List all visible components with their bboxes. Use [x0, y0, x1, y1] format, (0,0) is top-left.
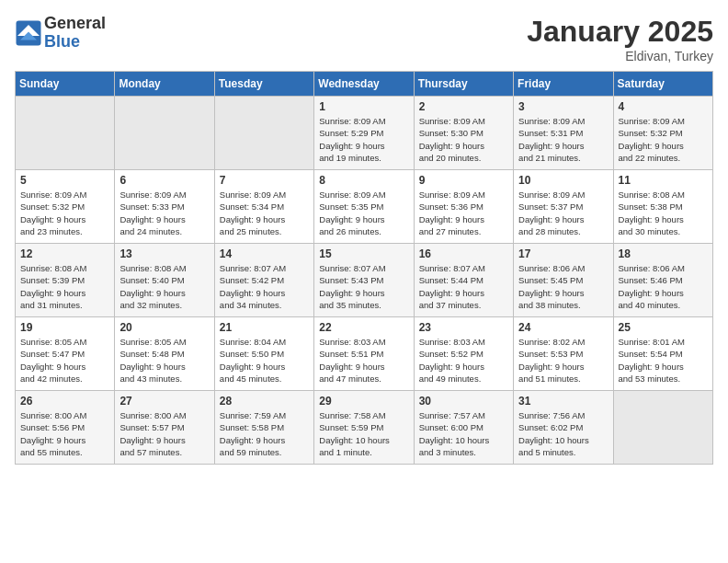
day-number: 18: [619, 247, 708, 260]
day-number: 13: [119, 247, 209, 260]
calendar-cell: 11Sunrise: 8:08 AM Sunset: 5:38 PM Dayli…: [613, 170, 712, 244]
calendar-cell: 2Sunrise: 8:09 AM Sunset: 5:30 PM Daylig…: [414, 97, 513, 170]
day-info: Sunrise: 8:00 AM Sunset: 5:57 PM Dayligh…: [119, 409, 209, 458]
day-info: Sunrise: 7:58 AM Sunset: 5:59 PM Dayligh…: [319, 409, 408, 458]
day-number: 30: [419, 395, 508, 408]
logo-general: General: [44, 15, 106, 33]
day-info: Sunrise: 8:07 AM Sunset: 5:44 PM Dayligh…: [419, 262, 508, 311]
day-number: 14: [220, 247, 309, 260]
calendar-cell: 3Sunrise: 8:09 AM Sunset: 5:31 PM Daylig…: [514, 97, 613, 170]
day-info: Sunrise: 8:08 AM Sunset: 5:38 PM Dayligh…: [619, 189, 708, 237]
logo-blue: Blue: [44, 33, 106, 52]
day-info: Sunrise: 8:05 AM Sunset: 5:48 PM Dayligh…: [119, 336, 209, 385]
day-number: 4: [619, 100, 708, 113]
day-info: Sunrise: 8:09 AM Sunset: 5:29 PM Dayligh…: [319, 115, 408, 164]
day-number: 28: [220, 395, 309, 408]
day-info: Sunrise: 8:00 AM Sunset: 5:56 PM Dayligh…: [20, 409, 109, 458]
day-info: Sunrise: 8:03 AM Sunset: 5:51 PM Dayligh…: [319, 336, 408, 385]
day-number: 26: [20, 395, 109, 408]
day-number: 12: [20, 247, 109, 260]
calendar-cell: 26Sunrise: 8:00 AM Sunset: 5:56 PM Dayli…: [16, 391, 115, 465]
day-info: Sunrise: 8:09 AM Sunset: 5:31 PM Dayligh…: [518, 115, 608, 164]
logo-icon: [15, 19, 42, 47]
month-title: January 2025: [527, 15, 713, 49]
day-number: 9: [419, 174, 508, 187]
day-info: Sunrise: 8:05 AM Sunset: 5:47 PM Dayligh…: [20, 336, 109, 385]
calendar-cell: 25Sunrise: 8:01 AM Sunset: 5:54 PM Dayli…: [613, 317, 712, 391]
calendar-cell: 15Sunrise: 8:07 AM Sunset: 5:43 PM Dayli…: [314, 244, 414, 317]
day-info: Sunrise: 8:03 AM Sunset: 5:52 PM Dayligh…: [419, 336, 508, 385]
weekday-header-row: SundayMondayTuesdayWednesdayThursdayFrid…: [16, 72, 713, 97]
calendar-cell: 7Sunrise: 8:09 AM Sunset: 5:34 PM Daylig…: [214, 170, 313, 244]
day-number: 7: [220, 174, 309, 187]
logo: General Blue: [15, 15, 106, 52]
title-block: January 2025 Eldivan, Turkey: [527, 15, 713, 63]
day-info: Sunrise: 7:56 AM Sunset: 6:02 PM Dayligh…: [518, 409, 608, 458]
day-info: Sunrise: 8:04 AM Sunset: 5:50 PM Dayligh…: [220, 336, 309, 385]
day-number: 11: [619, 174, 708, 187]
day-number: 10: [518, 174, 608, 187]
calendar-cell: 13Sunrise: 8:08 AM Sunset: 5:40 PM Dayli…: [115, 244, 214, 317]
calendar-week-row: 5Sunrise: 8:09 AM Sunset: 5:32 PM Daylig…: [16, 170, 713, 244]
day-number: 29: [319, 395, 408, 408]
day-info: Sunrise: 8:09 AM Sunset: 5:37 PM Dayligh…: [518, 189, 608, 237]
day-number: 8: [319, 174, 408, 187]
calendar-cell: 24Sunrise: 8:02 AM Sunset: 5:53 PM Dayli…: [514, 317, 613, 391]
day-number: 17: [518, 247, 608, 260]
calendar-cell: 14Sunrise: 8:07 AM Sunset: 5:42 PM Dayli…: [214, 244, 313, 317]
calendar-cell: [613, 391, 712, 465]
day-number: 25: [619, 321, 708, 334]
calendar-cell: 27Sunrise: 8:00 AM Sunset: 5:57 PM Dayli…: [115, 391, 214, 465]
calendar-cell: 4Sunrise: 8:09 AM Sunset: 5:32 PM Daylig…: [613, 97, 712, 170]
weekday-header: Saturday: [613, 72, 712, 97]
day-number: 27: [119, 395, 209, 408]
calendar-cell: 19Sunrise: 8:05 AM Sunset: 5:47 PM Dayli…: [16, 317, 115, 391]
calendar-cell: 10Sunrise: 8:09 AM Sunset: 5:37 PM Dayli…: [514, 170, 613, 244]
day-info: Sunrise: 8:09 AM Sunset: 5:36 PM Dayligh…: [419, 189, 508, 237]
weekday-header: Monday: [115, 72, 214, 97]
day-info: Sunrise: 8:07 AM Sunset: 5:43 PM Dayligh…: [319, 262, 408, 311]
day-number: 6: [119, 174, 209, 187]
calendar-cell: 12Sunrise: 8:08 AM Sunset: 5:39 PM Dayli…: [16, 244, 115, 317]
day-number: 19: [20, 321, 109, 334]
day-info: Sunrise: 8:07 AM Sunset: 5:42 PM Dayligh…: [220, 262, 309, 311]
day-info: Sunrise: 8:06 AM Sunset: 5:45 PM Dayligh…: [518, 262, 608, 311]
day-info: Sunrise: 8:06 AM Sunset: 5:46 PM Dayligh…: [619, 262, 708, 311]
calendar-week-row: 19Sunrise: 8:05 AM Sunset: 5:47 PM Dayli…: [16, 317, 713, 391]
day-number: 5: [20, 174, 109, 187]
day-number: 23: [419, 321, 508, 334]
calendar-cell: 20Sunrise: 8:05 AM Sunset: 5:48 PM Dayli…: [115, 317, 214, 391]
day-info: Sunrise: 8:08 AM Sunset: 5:39 PM Dayligh…: [20, 262, 109, 311]
day-info: Sunrise: 8:09 AM Sunset: 5:32 PM Dayligh…: [20, 189, 109, 237]
day-info: Sunrise: 8:08 AM Sunset: 5:40 PM Dayligh…: [119, 262, 209, 311]
calendar-cell: 5Sunrise: 8:09 AM Sunset: 5:32 PM Daylig…: [16, 170, 115, 244]
weekday-header: Friday: [514, 72, 613, 97]
day-number: 22: [319, 321, 408, 334]
calendar-week-row: 12Sunrise: 8:08 AM Sunset: 5:39 PM Dayli…: [16, 244, 713, 317]
calendar-cell: 29Sunrise: 7:58 AM Sunset: 5:59 PM Dayli…: [314, 391, 414, 465]
day-info: Sunrise: 8:02 AM Sunset: 5:53 PM Dayligh…: [518, 336, 608, 385]
weekday-header: Thursday: [414, 72, 513, 97]
day-number: 2: [419, 100, 508, 113]
day-info: Sunrise: 8:09 AM Sunset: 5:34 PM Dayligh…: [220, 189, 309, 237]
calendar-cell: 17Sunrise: 8:06 AM Sunset: 5:45 PM Dayli…: [514, 244, 613, 317]
day-info: Sunrise: 8:09 AM Sunset: 5:33 PM Dayligh…: [119, 189, 209, 237]
day-number: 15: [319, 247, 408, 260]
day-info: Sunrise: 8:09 AM Sunset: 5:32 PM Dayligh…: [619, 115, 708, 164]
day-info: Sunrise: 8:01 AM Sunset: 5:54 PM Dayligh…: [619, 336, 708, 385]
day-info: Sunrise: 7:59 AM Sunset: 5:58 PM Dayligh…: [220, 409, 309, 458]
calendar-week-row: 26Sunrise: 8:00 AM Sunset: 5:56 PM Dayli…: [16, 391, 713, 465]
day-number: 1: [319, 100, 408, 113]
day-info: Sunrise: 8:09 AM Sunset: 5:35 PM Dayligh…: [319, 189, 408, 237]
weekday-header: Wednesday: [314, 72, 414, 97]
day-number: 16: [419, 247, 508, 260]
calendar-cell: 16Sunrise: 8:07 AM Sunset: 5:44 PM Dayli…: [414, 244, 513, 317]
logo-text: General Blue: [44, 15, 106, 52]
day-info: Sunrise: 8:09 AM Sunset: 5:30 PM Dayligh…: [419, 115, 508, 164]
calendar-cell: [115, 97, 214, 170]
calendar-cell: [16, 97, 115, 170]
calendar-cell: 21Sunrise: 8:04 AM Sunset: 5:50 PM Dayli…: [214, 317, 313, 391]
day-number: 24: [518, 321, 608, 334]
calendar-cell: 23Sunrise: 8:03 AM Sunset: 5:52 PM Dayli…: [414, 317, 513, 391]
calendar-cell: 30Sunrise: 7:57 AM Sunset: 6:00 PM Dayli…: [414, 391, 513, 465]
